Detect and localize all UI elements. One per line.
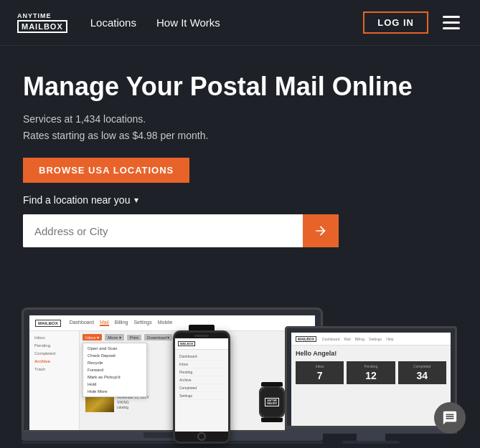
hero-sub-line2: Rates starting as low as $4.98 per month… (23, 128, 457, 143)
watch-strap-bottom (261, 418, 283, 422)
stat-completed-label: Completed (401, 364, 443, 368)
monitor-nav-bar: MAILBOX Dashboard Mail Billing Settings … (291, 333, 451, 345)
dropdown-forward: Forward (83, 366, 146, 373)
monitor-stat-completed: Completed 34 (398, 361, 446, 384)
monitor-stats: Inbox 7 Pending 12 Completed 34 (296, 361, 446, 384)
sidebar-inbox: Inbox (32, 334, 76, 341)
phone-menu-inbox: Inbox (178, 361, 225, 368)
monitor-stat-pending: Pending 12 (347, 361, 395, 384)
nav-right: LOG IN (363, 11, 463, 34)
search-input[interactable] (23, 214, 303, 247)
laptop-nav-dashboard: Dashboard (70, 320, 94, 326)
dropdown-mark-pickup: Mark as Pickup'd (83, 373, 146, 381)
phone-menu-completed: Completed (178, 384, 225, 392)
arrow-right-icon (314, 224, 328, 238)
logo-mailbox-text: MAILBOX (17, 20, 67, 33)
laptop-nav-mail: Mail (100, 320, 109, 326)
watch: ANYTIMEMAILBOX (259, 386, 285, 418)
monitor-screen-inner: MAILBOX Dashboard Mail Billing Settings … (291, 333, 451, 426)
phone-home (175, 432, 228, 442)
sidebar-archive: Archive (32, 358, 76, 365)
monitor-stand (357, 434, 385, 441)
stat-inbox-value: 7 (298, 370, 341, 381)
toolbar-print-btn: Print (127, 335, 141, 340)
phone-speaker (194, 335, 209, 337)
chevron-down-icon: ▾ (134, 195, 138, 205)
laptop-sidebar: Inbox Pending Completed Archive Trash (29, 331, 80, 430)
hero-subtext: Services at 1,434 locations. Rates start… (23, 111, 457, 143)
hero-section: Manage Your Postal Mail Online Services … (0, 46, 480, 264)
search-button[interactable] (303, 214, 339, 247)
toolbar-download-btn: Download ▾ (144, 334, 172, 340)
phone-menu-pending: Pending (178, 368, 225, 376)
logo[interactable]: ANYTIME MAILBOX (17, 12, 67, 33)
toolbar-more-btn: More ▾ (105, 334, 123, 340)
phone-logo: MAILBOX (178, 341, 195, 346)
monitor-nav-billing: Billing (355, 337, 364, 341)
search-bar (23, 214, 339, 247)
phone-wrapper: MAILBOX Dashboard Inbox Pending Archive … (173, 325, 230, 444)
phone-home-button[interactable] (197, 432, 206, 441)
sidebar-completed: Completed (32, 350, 76, 357)
chat-bubble[interactable] (434, 402, 466, 434)
monitor-nav-dashboard: Dashboard (322, 337, 339, 341)
monitor-screen-outer: MAILBOX Dashboard Mail Billing Settings … (285, 326, 457, 428)
phone: MAILBOX Dashboard Inbox Pending Archive … (173, 330, 230, 444)
dropdown-recycle: Recycle (83, 359, 146, 366)
hero-sub-line1: Services at 1,434 locations. (23, 111, 457, 127)
dropdown-check-deposit: Check Deposit (83, 352, 146, 359)
laptop-nav-mobile: Mobile (158, 320, 173, 326)
hamburger-menu[interactable] (440, 13, 463, 32)
monitor-device: MAILBOX Dashboard Mail Billing Settings … (285, 326, 457, 444)
monitor-nav-help: Help (386, 337, 393, 341)
toolbar-inbox-btn: Inbox ▾ (83, 334, 102, 340)
monitor-content: Hello Angela! Inbox 7 Pending 12 (291, 345, 451, 389)
browse-usa-button[interactable]: BROWSE USA LOCATIONS (23, 158, 189, 183)
chat-icon (442, 410, 458, 426)
find-location-toggle[interactable]: Find a location near you ▾ (23, 194, 457, 206)
monitor-nav-items: Dashboard Mail Billing Settings Help (322, 337, 393, 341)
nav-link-locations[interactable]: Locations (90, 16, 136, 29)
monitor-nav-settings: Settings (369, 337, 382, 341)
find-location-label: Find a location near you (23, 194, 130, 206)
laptop-nav-items: Dashboard Mail Billing Settings Mobile (70, 320, 173, 326)
monitor-nav-mail: Mail (344, 337, 351, 341)
watch-screen: ANYTIMEMAILBOX (260, 388, 283, 416)
phone-menu-items: Dashboard Inbox Pending Archive Complete… (175, 350, 228, 403)
laptop-nav-settings: Settings (133, 320, 151, 326)
nav-link-how-it-works[interactable]: How It Works (156, 16, 220, 29)
login-button[interactable]: LOG IN (363, 11, 428, 34)
dropdown-hide: Hide More (83, 388, 146, 395)
monitor: MAILBOX Dashboard Mail Billing Settings … (285, 326, 457, 444)
stat-inbox-label: Inbox (298, 364, 341, 368)
monitor-hello-text: Hello Angela! (296, 350, 446, 357)
stat-pending-label: Pending (349, 364, 392, 368)
nav-links: Locations How It Works (90, 16, 363, 29)
phone-menu-archive: Archive (178, 376, 225, 384)
phone-device: MAILBOX Dashboard Inbox Pending Archive … (173, 325, 230, 444)
logo-anytime-text: ANYTIME (17, 12, 52, 19)
laptop-logo: MAILBOX (35, 320, 61, 327)
stat-completed-value: 34 (401, 370, 443, 381)
navbar: ANYTIME MAILBOX Locations How It Works L… (0, 0, 480, 46)
sidebar-pending: Pending (32, 342, 76, 349)
watch-logo: ANYTIMEMAILBOX (265, 398, 279, 406)
phone-strap-top (189, 325, 215, 330)
dropdown-hold: Hold (83, 381, 146, 388)
hamburger-line-1 (443, 16, 460, 18)
phone-notch (175, 333, 228, 338)
phone-menu-dashboard: Dashboard (178, 353, 225, 361)
sidebar-trash: Trash (32, 366, 76, 373)
laptop-dropdown-menu: Open and Scan Check Deposit Recycle Forw… (83, 343, 147, 397)
laptop-nav-billing: Billing (115, 320, 128, 326)
monitor-base (342, 441, 400, 444)
stat-pending-value: 12 (349, 370, 392, 381)
watch-device: ANYTIMEMAILBOX (259, 382, 285, 422)
monitor-logo: MAILBOX (296, 336, 316, 342)
hero-heading: Manage Your Postal Mail Online (23, 72, 425, 101)
phone-menu-settings: Settings (178, 392, 225, 400)
phone-screen-bar: MAILBOX (175, 338, 228, 350)
hamburger-line-2 (443, 22, 460, 24)
phone-screen: MAILBOX Dashboard Inbox Pending Archive … (175, 338, 228, 432)
dropdown-open-scan: Open and Scan (83, 345, 146, 352)
